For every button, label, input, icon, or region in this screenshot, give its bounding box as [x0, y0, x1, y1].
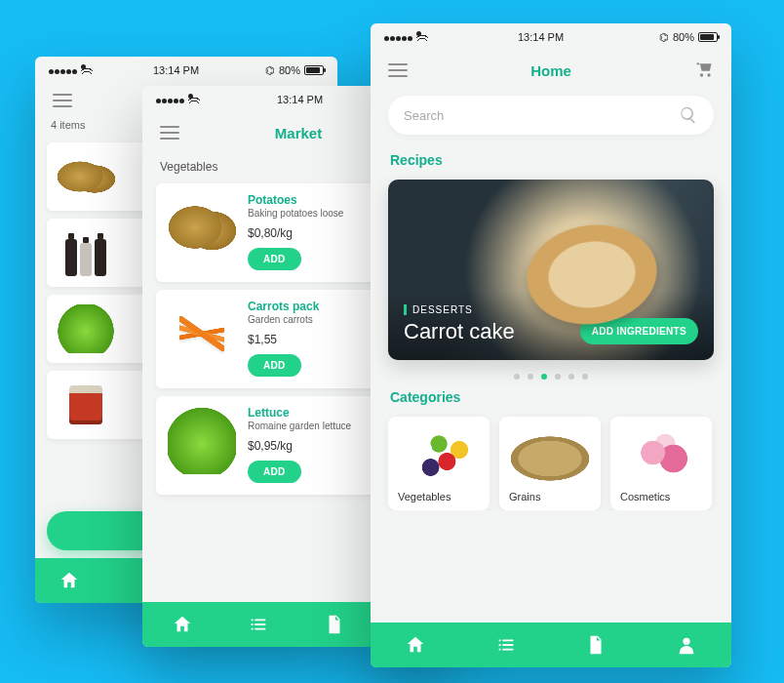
product-image-icon — [168, 193, 236, 261]
status-bar: 13:14 PM ⌬80% — [371, 23, 731, 51]
recipe-card[interactable]: DESSERTS Carrot cake ADD INGREDIENTS — [388, 180, 714, 360]
screen-home: 13:14 PM ⌬80% Home Recipes DESSERTS Carr… — [371, 23, 731, 667]
product-image-icon — [57, 229, 115, 276]
category-image-icon — [509, 426, 591, 485]
categories-heading: Categories — [371, 383, 731, 411]
document-icon[interactable] — [324, 614, 345, 635]
signal-dots-icon — [156, 94, 194, 105]
category-name: Grains — [509, 491, 591, 502]
recipe-title: Carrot cake — [404, 319, 515, 344]
signal-dots-icon — [49, 64, 87, 76]
category-image-icon — [620, 426, 702, 485]
status-right: ⌬80% — [659, 31, 718, 44]
category-card[interactable]: Vegetables — [388, 417, 490, 510]
bluetooth-icon: ⌬ — [265, 64, 275, 77]
dot-icon[interactable] — [555, 374, 561, 380]
home-icon[interactable] — [172, 614, 193, 635]
menu-button[interactable] — [53, 94, 72, 107]
category-card[interactable]: Grains — [499, 417, 601, 510]
battery-pct: 80% — [673, 31, 694, 43]
wifi-icon — [416, 31, 421, 36]
category-image-icon — [398, 426, 480, 485]
document-icon[interactable] — [585, 634, 607, 656]
home-icon[interactable] — [405, 634, 426, 656]
product-image-icon — [168, 300, 236, 368]
battery-icon — [698, 32, 718, 42]
product-image-icon — [57, 152, 115, 201]
product-image-icon — [168, 406, 236, 474]
profile-icon[interactable] — [676, 634, 697, 656]
page-title: Home — [530, 62, 571, 79]
cart-icon[interactable] — [694, 60, 714, 80]
dot-icon[interactable] — [514, 374, 520, 380]
search-field[interactable] — [404, 108, 679, 123]
home-icon[interactable] — [59, 570, 80, 591]
category-card[interactable]: Cosmetics — [610, 417, 712, 510]
carousel-dots[interactable] — [371, 364, 731, 383]
list-icon[interactable] — [495, 634, 517, 656]
battery-pct: 80% — [279, 64, 300, 76]
list-icon[interactable] — [248, 614, 269, 635]
recipes-heading: Recipes — [371, 146, 731, 174]
add-button[interactable]: ADD — [248, 248, 301, 270]
status-time: 13:14 PM — [518, 31, 564, 43]
product-image-icon — [57, 381, 115, 429]
status-bar: 13:14 PM ⌬80% — [35, 57, 337, 84]
menu-button[interactable] — [388, 63, 408, 77]
battery-icon — [304, 65, 324, 75]
categories-row: Vegetables Grains Cosmetics — [371, 411, 731, 510]
category-name: Cosmetics — [620, 491, 702, 502]
add-ingredients-button[interactable]: ADD INGREDIENTS — [580, 318, 698, 344]
add-button[interactable]: ADD — [248, 461, 301, 483]
status-time: 13:14 PM — [277, 94, 323, 105]
page-title: Market — [275, 125, 322, 141]
menu-button[interactable] — [160, 126, 179, 140]
bluetooth-icon: ⌬ — [659, 31, 669, 44]
status-right: ⌬80% — [265, 64, 324, 77]
product-image-icon — [57, 304, 115, 353]
dot-icon[interactable] — [528, 374, 533, 380]
dot-icon[interactable] — [541, 374, 547, 380]
status-time: 13:14 PM — [153, 64, 199, 76]
wifi-icon — [188, 94, 193, 99]
recipe-category: DESSERTS — [404, 304, 515, 315]
search-input[interactable] — [388, 96, 714, 135]
category-name: Vegetables — [398, 491, 480, 502]
dot-icon[interactable] — [582, 374, 588, 380]
dot-icon[interactable] — [568, 374, 574, 380]
header: Home — [371, 51, 731, 88]
add-button[interactable]: ADD — [248, 354, 301, 377]
signal-dots-icon — [384, 31, 422, 43]
wifi-icon — [81, 64, 86, 69]
tab-bar — [371, 623, 731, 667]
search-icon — [679, 105, 698, 125]
